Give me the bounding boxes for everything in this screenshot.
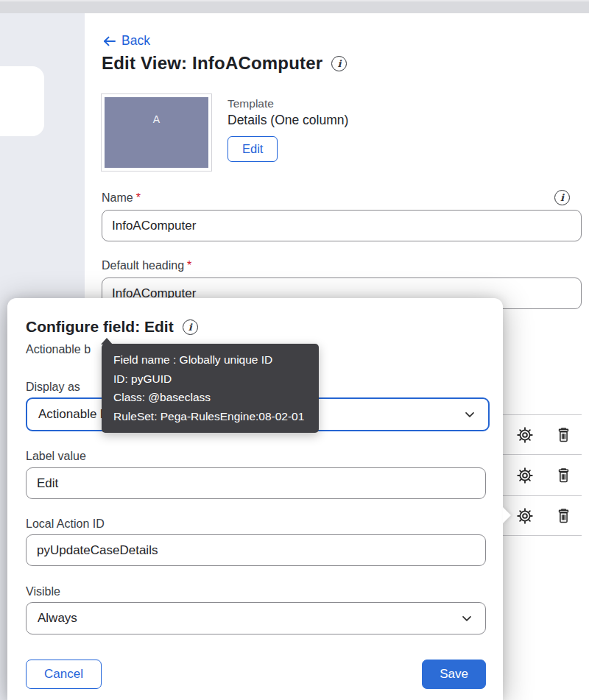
modal-title-info-icon[interactable]: i — [183, 319, 198, 335]
label-value-label: Label value — [26, 450, 86, 463]
default-heading-label: Default heading* — [102, 259, 191, 272]
sidebar-card — [0, 66, 44, 136]
local-action-id-label: Local Action ID — [26, 517, 105, 531]
field-info-tooltip: Field name : Globally unique ID ID: pyGU… — [102, 344, 319, 433]
trash-icon[interactable] — [554, 425, 573, 445]
top-bar — [0, 0, 589, 13]
trash-icon[interactable] — [554, 506, 573, 526]
template-label: Template — [228, 97, 348, 110]
template-edit-button[interactable]: Edit — [228, 136, 278, 162]
back-label: Back — [121, 33, 150, 49]
gear-icon[interactable] — [515, 466, 535, 485]
tooltip-ruleset: RuleSet: Pega-RulesEngine:08-02-01 — [113, 407, 307, 426]
tooltip-id: ID: pyGUID — [113, 370, 307, 389]
chevron-down-icon — [459, 611, 474, 626]
back-link[interactable]: Back — [102, 33, 150, 49]
gear-icon[interactable] — [515, 425, 535, 445]
tooltip-arrow — [101, 338, 113, 344]
label-value-input[interactable] — [26, 467, 486, 499]
gear-icon[interactable] — [515, 506, 535, 526]
name-info-icon[interactable]: i — [554, 190, 570, 205]
tooltip-class: Class: @baseclass — [113, 388, 307, 407]
display-as-label: Display as — [26, 381, 80, 394]
required-asterisk: * — [136, 191, 141, 204]
visible-value: Always — [38, 611, 77, 626]
name-input[interactable] — [102, 210, 582, 241]
template-thumbnail: A — [101, 93, 212, 172]
template-value: Details (One column) — [228, 113, 348, 128]
chevron-down-icon — [462, 407, 477, 422]
cancel-button[interactable]: Cancel — [26, 660, 102, 689]
trash-icon[interactable] — [554, 466, 573, 485]
visible-label: Visible — [26, 585, 60, 598]
back-arrow-icon — [102, 35, 116, 48]
template-thumbnail-letter: A — [153, 113, 160, 125]
page-title: Edit View: InfoAComputer — [102, 53, 322, 74]
template-thumbnail-preview: A — [105, 97, 208, 168]
modal-title: Configure field: Edit — [26, 318, 174, 336]
local-action-id-input[interactable] — [26, 534, 486, 566]
required-asterisk: * — [187, 259, 191, 272]
modal-pointer-arrow — [503, 507, 511, 523]
tooltip-field-name: Field name : Globally unique ID — [113, 350, 307, 370]
page-title-info-icon[interactable]: i — [331, 56, 347, 71]
save-button[interactable]: Save — [422, 660, 486, 689]
visible-select[interactable]: Always — [26, 602, 486, 634]
name-field-label: Name* — [102, 191, 141, 205]
template-section: A Template Details (One column) Edit — [101, 93, 348, 172]
modal-subtitle: Actionable b — [26, 343, 91, 356]
